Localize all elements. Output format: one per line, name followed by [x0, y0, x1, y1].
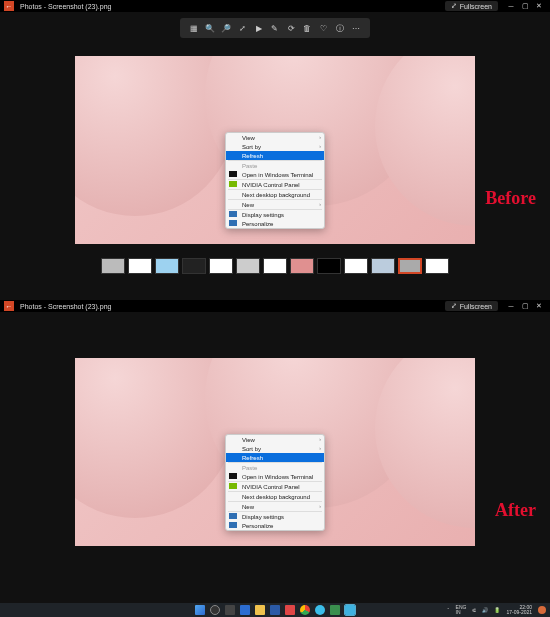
- filmstrip-thumb[interactable]: [398, 258, 422, 274]
- ctx-sortby[interactable]: Sort by›: [226, 444, 324, 453]
- tray-lang[interactable]: ENG IN: [456, 605, 467, 615]
- terminal-icon: [229, 171, 237, 177]
- ctx-personalize[interactable]: Personalize: [226, 219, 324, 228]
- filmstrip-thumb[interactable]: [182, 258, 206, 274]
- minimize-button[interactable]: ─: [504, 301, 518, 311]
- ctx-nvidia[interactable]: NVIDIA Control Panel: [226, 482, 324, 491]
- filmstrip-thumb[interactable]: [101, 258, 125, 274]
- ctx-display-settings[interactable]: Display settings: [226, 512, 324, 521]
- search-icon[interactable]: [210, 605, 220, 615]
- ctx-open-terminal[interactable]: Open in Windows Terminal: [226, 170, 324, 179]
- zoom-in-icon[interactable]: 🔍: [204, 22, 216, 34]
- maximize-button[interactable]: ▢: [518, 1, 532, 11]
- ctx-view[interactable]: View›: [226, 435, 324, 444]
- filmstrip-thumb[interactable]: [263, 258, 287, 274]
- filmstrip-thumb[interactable]: [236, 258, 260, 274]
- glass-icon[interactable]: [330, 605, 340, 615]
- rotate-icon[interactable]: ⟳: [285, 22, 297, 34]
- ctx-new[interactable]: New›: [226, 200, 324, 209]
- app-icon[interactable]: [315, 605, 325, 615]
- notification-icon[interactable]: [538, 606, 546, 614]
- desktop-context-menu: View› Sort by› Refresh Paste Open in Win…: [225, 434, 325, 531]
- fullscreen-button[interactable]: ⤢ Fullscreen: [445, 1, 498, 11]
- compare-icon[interactable]: ▦: [188, 22, 200, 34]
- chevron-right-icon: ›: [319, 134, 321, 140]
- filmstrip-thumb[interactable]: [371, 258, 395, 274]
- maximize-button[interactable]: ▢: [518, 301, 532, 311]
- ctx-next-bg[interactable]: Next desktop background: [226, 190, 324, 199]
- titlebar: Photos - Screenshot (23).png ⤢ Fullscree…: [0, 300, 550, 312]
- titlebar: Photos - Screenshot (23).png ⤢ Fullscree…: [0, 0, 550, 12]
- taskview-icon[interactable]: [225, 605, 235, 615]
- ctx-display-settings[interactable]: Display settings: [226, 210, 324, 219]
- nvidia-icon: [229, 483, 237, 489]
- ctx-refresh[interactable]: Refresh: [226, 453, 324, 462]
- ctx-nvidia[interactable]: NVIDIA Control Panel: [226, 180, 324, 189]
- back-button[interactable]: [4, 301, 14, 311]
- zoom-out-icon[interactable]: 🔎: [220, 22, 232, 34]
- filmstrip-thumb[interactable]: [209, 258, 233, 274]
- store-icon[interactable]: [270, 605, 280, 615]
- system-tray: ˄ ENG IN ⋐ 🔊 🔋 22:00 17-09-2021: [447, 605, 546, 616]
- widgets-icon[interactable]: [240, 605, 250, 615]
- close-button[interactable]: ✕: [532, 301, 546, 311]
- chevron-right-icon: ›: [319, 201, 321, 207]
- blank-area: [0, 552, 550, 603]
- tray-clock[interactable]: 22:00 17-09-2021: [506, 605, 532, 616]
- tray-chevron-icon[interactable]: ˄: [447, 607, 450, 613]
- taskbar: ˄ ENG IN ⋐ 🔊 🔋 22:00 17-09-2021: [0, 603, 550, 617]
- annotation-after: After: [495, 500, 536, 521]
- more-icon[interactable]: ⋯: [350, 22, 362, 34]
- back-button[interactable]: [4, 1, 14, 11]
- battery-icon[interactable]: 🔋: [494, 607, 500, 613]
- ctx-open-terminal[interactable]: Open in Windows Terminal: [226, 472, 324, 481]
- volume-icon[interactable]: 🔊: [482, 607, 488, 613]
- image-canvas: View› Sort by› Refresh Paste Open in Win…: [75, 358, 475, 546]
- chevron-right-icon: ›: [319, 436, 321, 442]
- edit-icon[interactable]: ✎: [269, 22, 281, 34]
- app-icon[interactable]: [285, 605, 295, 615]
- fullscreen-button[interactable]: ⤢ Fullscreen: [445, 301, 498, 311]
- window-title: Photos - Screenshot (23).png: [20, 3, 445, 10]
- minimize-button[interactable]: ─: [504, 1, 518, 11]
- ctx-next-bg[interactable]: Next desktop background: [226, 492, 324, 501]
- close-button[interactable]: ✕: [532, 1, 546, 11]
- fullscreen-icon: ⤢: [451, 302, 457, 310]
- ctx-personalize[interactable]: Personalize: [226, 521, 324, 530]
- slideshow-icon[interactable]: ▶: [253, 22, 265, 34]
- chevron-right-icon: ›: [319, 445, 321, 451]
- ctx-paste: Paste: [226, 463, 324, 472]
- chrome-icon[interactable]: [300, 605, 310, 615]
- info-icon[interactable]: ⓘ: [334, 22, 346, 34]
- photo-toolbar: ▦ 🔍 🔎 ⤢ ▶ ✎ ⟳ 🗑 ♡ ⓘ ⋯: [180, 18, 370, 38]
- delete-icon[interactable]: 🗑: [301, 22, 313, 34]
- taskbar-center: [195, 605, 355, 615]
- explorer-icon[interactable]: [255, 605, 265, 615]
- ctx-sortby[interactable]: Sort by›: [226, 142, 324, 151]
- photos-icon[interactable]: [345, 605, 355, 615]
- filmstrip-thumb[interactable]: [155, 258, 179, 274]
- display-icon: [229, 211, 237, 217]
- filmstrip-thumb[interactable]: [344, 258, 368, 274]
- wifi-icon[interactable]: ⋐: [472, 607, 476, 613]
- ctx-new[interactable]: New›: [226, 502, 324, 511]
- desktop-context-menu: View› Sort by› Refresh Paste Open in Win…: [225, 132, 325, 229]
- window-title: Photos - Screenshot (23).png: [20, 303, 445, 310]
- filmstrip-thumb[interactable]: [128, 258, 152, 274]
- annotation-before: Before: [485, 188, 536, 209]
- personalize-icon: [229, 220, 237, 226]
- filmstrip-thumb[interactable]: [290, 258, 314, 274]
- filmstrip-thumb[interactable]: [425, 258, 449, 274]
- photos-window-before: Photos - Screenshot (23).png ⤢ Fullscree…: [0, 0, 550, 300]
- chevron-right-icon: ›: [319, 503, 321, 509]
- filmstrip: [0, 258, 550, 280]
- zoom-fit-icon[interactable]: ⤢: [237, 22, 249, 34]
- filmstrip-thumb[interactable]: [317, 258, 341, 274]
- favorite-icon[interactable]: ♡: [317, 22, 329, 34]
- start-button[interactable]: [195, 605, 205, 615]
- image-canvas: View› Sort by› Refresh Paste Open in Win…: [75, 56, 475, 244]
- fullscreen-icon: ⤢: [451, 2, 457, 10]
- ctx-refresh[interactable]: Refresh: [226, 151, 324, 160]
- ctx-view[interactable]: View›: [226, 133, 324, 142]
- terminal-icon: [229, 473, 237, 479]
